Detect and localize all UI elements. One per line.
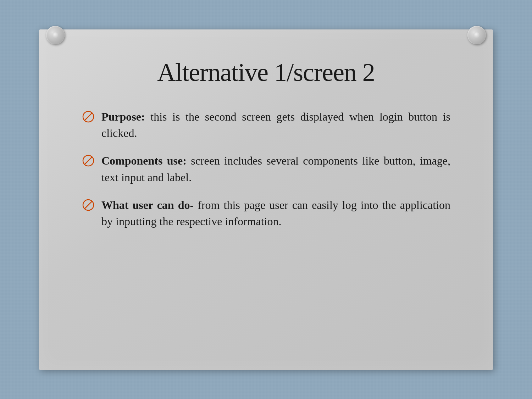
svg-line-3 (84, 157, 92, 165)
bullet-icon-purpose (82, 110, 95, 123)
bullet-label-components: Components use: (101, 154, 187, 167)
bullet-item-purpose: Purpose: this is the second screen gets … (82, 109, 450, 142)
svg-line-1 (84, 113, 92, 121)
pin-top-right (467, 26, 486, 44)
bullet-icon-components (82, 154, 95, 167)
pin-top-left (46, 26, 65, 44)
bullet-text-purpose: Purpose: this is the second screen gets … (101, 109, 450, 142)
bullet-item-what-user: What user can do- from this page user ca… (82, 197, 450, 230)
bullet-label-purpose: Purpose: (101, 110, 145, 123)
bullet-body-purpose: this is the second screen gets displayed… (101, 110, 450, 139)
slide-container: Alternative 1/screen 2 Purpose: this is … (39, 29, 493, 370)
slide-title: Alternative 1/screen 2 (82, 58, 450, 87)
bullet-text-components: Components use: screen includes several … (101, 153, 450, 185)
svg-line-5 (84, 201, 92, 209)
bullet-text-what-user: What user can do- from this page user ca… (101, 197, 450, 230)
slide-card: Alternative 1/screen 2 Purpose: this is … (39, 29, 493, 370)
bullet-icon-what-user (82, 198, 95, 212)
bullet-list: Purpose: this is the second screen gets … (82, 109, 450, 230)
bullet-label-what-user: What user can do- (101, 199, 194, 211)
bullet-item-components: Components use: screen includes several … (82, 153, 450, 185)
